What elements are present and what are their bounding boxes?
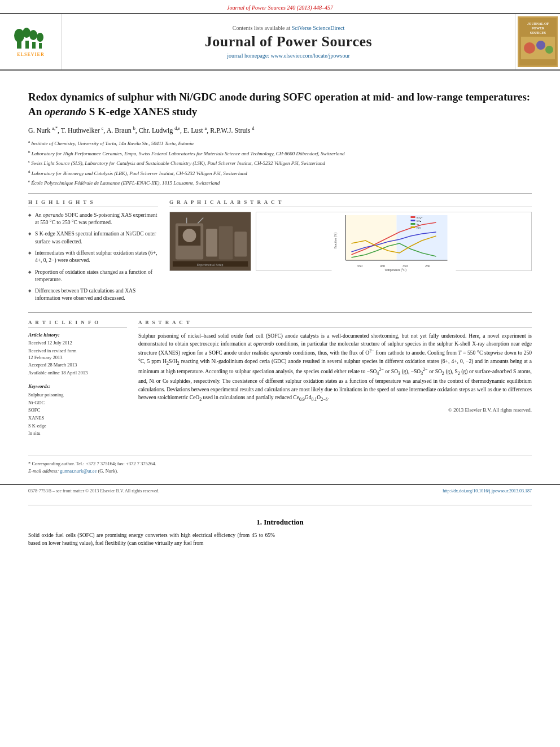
affiliations-area: a Institute of Chemistry, University of … <box>28 139 532 187</box>
svg-text:S₂: S₂ <box>417 223 419 226</box>
svg-rect-21 <box>206 229 217 256</box>
keywords-section: Keywords: Sulphur poisoning Ni-GDC SOFC … <box>28 383 127 438</box>
affiliation-a: a Institute of Chemistry, University of … <box>28 139 532 148</box>
highlights-list: An operando SOFC anode S-poisoning XAS e… <box>28 212 158 303</box>
journal-title-area: Contents lists available at SciVerse Sci… <box>62 14 515 69</box>
abstract-label: A B S T R A C T <box>138 320 532 327</box>
highlight-item-1: An operando SOFC anode S-poisoning XAS e… <box>28 212 158 227</box>
abstract-col: A B S T R A C T Sulphur poisoning of nic… <box>138 320 532 444</box>
issn-text: 0378-7753/$ – see front matter © 2013 El… <box>28 488 160 493</box>
svg-rect-42 <box>411 223 415 225</box>
journal-header-band: ELSEVIER Contents lists available at Sci… <box>0 13 560 71</box>
authors-line: G. Nurk a,*, T. Huthwelker c, A. Braun b… <box>28 125 532 136</box>
keyword-2: Ni-GDC <box>28 399 127 407</box>
affiliation-d: d Laboratory for Bioenergy and Catalysis… <box>28 169 532 178</box>
graphical-abstract-box: Experimental Setup <box>169 212 532 271</box>
intro-col-left: Solid oxide fuel cells (SOFC) are promis… <box>28 531 275 548</box>
journal-cover-area: JOURNAL OF POWER SOURCES <box>515 14 560 69</box>
abstract-text: Sulphur poisoning of nickel–based solid … <box>138 332 532 414</box>
middle-divider <box>28 312 532 313</box>
svg-text:Experimental Setup: Experimental Setup <box>197 263 224 267</box>
affiliation-e: e École Polytechnique Fédérale de Lausan… <box>28 178 532 187</box>
abstract-paragraph: Sulphur poisoning of nickel–based solid … <box>138 332 532 403</box>
highlight-item-3: Intermediates with different sulphur oxi… <box>28 250 158 265</box>
received-date: Received 12 July 2012 <box>28 340 127 347</box>
svg-point-4 <box>37 33 43 42</box>
doi-link[interactable]: http://dx.doi.org/10.1016/j.jpowsour.201… <box>443 488 532 493</box>
svg-point-2 <box>23 28 30 38</box>
keywords-label: Keywords: <box>28 383 127 389</box>
svg-text:550: 550 <box>357 264 362 268</box>
available-date: Available online 18 April 2013 <box>28 370 127 377</box>
page: Journal of Power Sources 240 (2013) 448–… <box>0 0 560 747</box>
sciverse-line: Contents lists available at SciVerse Sci… <box>233 25 345 31</box>
keyword-4: XANES <box>28 414 127 422</box>
bottom-band: 0378-7753/$ – see front matter © 2013 El… <box>0 484 560 497</box>
elsevier-tree-icon <box>14 27 48 50</box>
highlight-item-2: S K-edge XANES spectral information at N… <box>28 230 158 246</box>
journal-ref-text: Journal of Power Sources 240 (2013) 448–… <box>227 5 333 11</box>
svg-rect-22 <box>219 226 233 259</box>
svg-point-1 <box>14 29 24 42</box>
svg-point-20 <box>183 229 196 242</box>
svg-rect-38 <box>411 216 415 218</box>
ga-chart: 550 450 350 250 Temperature (°C) <box>256 212 532 271</box>
journal-cover-image: JOURNAL OF POWER SOURCES <box>518 16 558 67</box>
footnote-area: * Corresponding author. Tel.: +372 7 375… <box>28 456 532 474</box>
article-history: Article history: Received 12 July 2012 R… <box>28 332 127 377</box>
introduction-area: 1. Introduction Solid oxide fuel cells (… <box>0 497 560 559</box>
article-info-label: A R T I C L E I N F O <box>28 320 127 327</box>
paper-title: Redox dynamics of sulphur with Ni/GDC an… <box>28 90 532 119</box>
svg-text:POWER: POWER <box>531 27 544 30</box>
main-content: Redox dynamics of sulphur with Ni/GDC an… <box>0 71 560 474</box>
article-info-col: A R T I C L E I N F O Article history: R… <box>28 320 127 444</box>
svg-point-14 <box>524 42 535 54</box>
svg-rect-6 <box>32 42 36 49</box>
intro-section: 1. Introduction Solid oxide fuel cells (… <box>28 513 532 548</box>
paper-title-area: Redox dynamics of sulphur with Ni/GDC an… <box>28 90 532 119</box>
highlights-abstract-row: H I G H L I G H T S An operando SOFC ano… <box>28 199 532 307</box>
svg-text:Temperature (°C): Temperature (°C) <box>384 268 406 272</box>
graphical-abstract-col: G R A P H I C A L A B S T R A C T <box>169 199 532 307</box>
svg-text:450: 450 <box>380 264 385 268</box>
keyword-3: SOFC <box>28 407 127 414</box>
svg-rect-7 <box>39 43 42 49</box>
journal-reference: Journal of Power Sources 240 (2013) 448–… <box>0 0 560 13</box>
affiliation-b: b Laboratory for High Performance Cerami… <box>28 149 532 158</box>
svg-rect-40 <box>411 220 415 221</box>
keyword-1: Sulphur poisoning <box>28 391 127 399</box>
affiliation-c: c Swiss Light Source (SLS), Laboratory f… <box>28 159 532 168</box>
keywords-list: Sulphur poisoning Ni-GDC SOFC XANES S K-… <box>28 391 127 438</box>
graphical-abstract-label: G R A P H I C A L A B S T R A C T <box>169 199 532 207</box>
svg-text:Fraction (%): Fraction (%) <box>334 233 338 248</box>
and-text: and <box>138 378 146 384</box>
svg-rect-5 <box>25 41 29 49</box>
svg-text:JOURNAL OF: JOURNAL OF <box>527 22 549 25</box>
journal-title: Journal of Power Sources <box>205 33 372 50</box>
keyword-6: In situ <box>28 430 127 438</box>
apparatus-photo: Experimental Setup <box>169 212 251 271</box>
elsevier-logo-area: ELSEVIER <box>0 14 62 69</box>
svg-text:250: 250 <box>425 264 430 268</box>
svg-point-15 <box>536 41 545 50</box>
svg-text:NiS: NiS <box>417 226 421 229</box>
svg-text:SO₃: SO₃ <box>417 220 421 222</box>
svg-text:SO₄²⁻: SO₄²⁻ <box>417 216 424 219</box>
intro-col-right <box>285 531 532 548</box>
history-label: Article history: <box>28 332 127 338</box>
copyright-line: © 2013 Elsevier B.V. All rights reserved… <box>138 407 532 414</box>
svg-rect-44 <box>411 226 415 228</box>
highlights-label: H I G H L I G H T S <box>28 199 158 207</box>
email-link[interactable]: gunnar.nurk@ut.ee <box>60 468 97 474</box>
svg-point-16 <box>545 46 553 54</box>
sciverse-link[interactable]: SciVerse ScienceDirect <box>292 25 345 31</box>
elsevier-wordmark: ELSEVIER <box>17 52 44 57</box>
journal-homepage[interactable]: journal homepage: www.elsevier.com/locat… <box>227 53 350 59</box>
svg-text:SOURCES: SOURCES <box>530 31 546 34</box>
svg-point-3 <box>29 30 37 40</box>
svg-rect-23 <box>234 231 247 256</box>
svg-text:350: 350 <box>403 264 408 268</box>
email-address: E-mail address: gunnar.nurk@ut.ee (G. Nu… <box>28 468 532 474</box>
title-divider <box>28 193 532 194</box>
intro-divider <box>28 505 532 505</box>
